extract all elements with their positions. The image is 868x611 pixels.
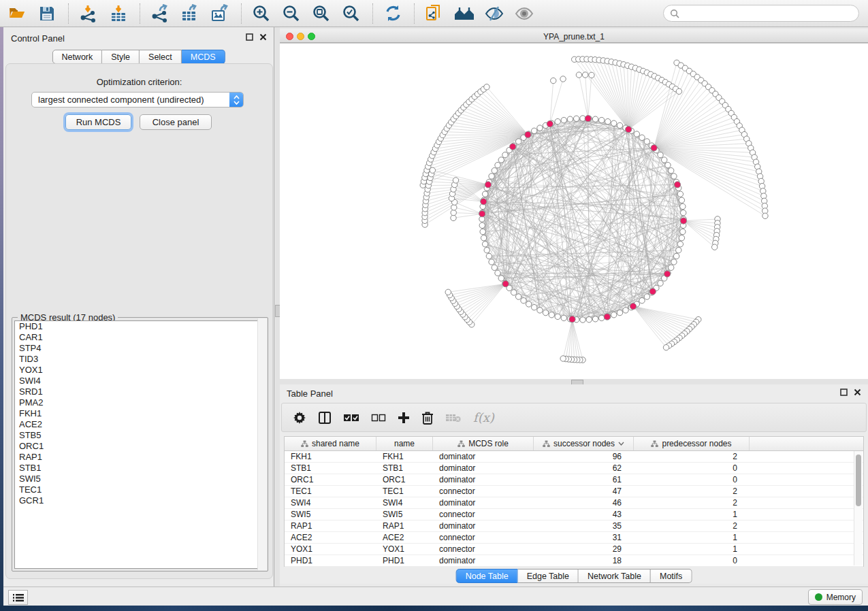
- mcds-result-item[interactable]: STP4: [15, 343, 265, 354]
- import-network-icon: [79, 4, 98, 23]
- column-header-mcds-role[interactable]: MCDS role: [433, 437, 534, 450]
- column-header-predecessor-nodes[interactable]: predecessor nodes: [634, 437, 750, 450]
- vertical-splitter[interactable]: [274, 27, 280, 587]
- network-from-document-button[interactable]: [423, 2, 446, 25]
- mcds-result-item[interactable]: ORC1: [15, 441, 265, 452]
- mcds-result-item[interactable]: FKH1: [15, 408, 265, 419]
- delete-row-icon[interactable]: [421, 411, 434, 425]
- mcds-result-item[interactable]: RAP1: [15, 452, 265, 463]
- mcds-result-item[interactable]: STB1: [15, 463, 265, 474]
- toolbar-separator: [140, 3, 140, 24]
- criterion-dropdown[interactable]: largest connected component (undirected): [31, 92, 244, 108]
- import-table-button[interactable]: [107, 2, 130, 25]
- export-image-button[interactable]: [208, 2, 231, 25]
- table-row[interactable]: FKH1FKH1dominator962: [285, 451, 863, 463]
- table-cell: 46: [534, 498, 634, 508]
- search-box[interactable]: [663, 5, 859, 22]
- attribute-tree-icon: [543, 440, 550, 448]
- add-row-icon[interactable]: [398, 412, 410, 424]
- horizontal-splitter[interactable]: [280, 379, 868, 384]
- mcds-result-group: MCDS result (17 nodes) PHD1CAR1STP4TID3Y…: [12, 317, 268, 572]
- zoom-fit-button[interactable]: [310, 2, 333, 25]
- zoom-out-button[interactable]: [280, 2, 303, 25]
- table-scrollbar-thumb[interactable]: [856, 455, 861, 506]
- table-cell: SWI5: [376, 510, 433, 519]
- zoom-selected-button[interactable]: [340, 2, 363, 25]
- mcds-result-item[interactable]: PHD1: [15, 321, 265, 332]
- table-row[interactable]: SWI4SWI4dominator462: [285, 497, 863, 509]
- export-network-icon: [150, 4, 170, 23]
- mcds-result-item[interactable]: SWI5: [15, 474, 265, 484]
- table-row[interactable]: PHD1PHD1dominator180: [285, 555, 863, 567]
- tab-select[interactable]: Select: [140, 50, 182, 64]
- show-columns-icon[interactable]: [318, 411, 332, 425]
- tab-edge-table[interactable]: Edge Table: [518, 569, 579, 583]
- export-network-button[interactable]: [148, 2, 172, 25]
- show-hidden-button[interactable]: [513, 2, 536, 25]
- tab-network[interactable]: Network: [52, 50, 102, 64]
- memory-button[interactable]: Memory: [808, 589, 863, 605]
- network-graph[interactable]: [280, 44, 867, 378]
- run-mcds-button[interactable]: Run MCDS: [65, 114, 131, 130]
- column-header-successor-nodes[interactable]: successor nodes: [534, 437, 634, 450]
- table-cell: 1: [634, 533, 750, 542]
- table-toolbar: f(x): [281, 403, 867, 432]
- table-cell: connector: [433, 486, 534, 496]
- table-cell: 47: [534, 486, 634, 496]
- table-cell: dominator: [433, 521, 534, 531]
- mcds-result-item[interactable]: TEC1: [15, 484, 265, 495]
- table-options-gear-icon[interactable]: [293, 411, 306, 425]
- table-row[interactable]: TEC1TEC1connector472: [285, 486, 863, 497]
- mcds-result-item[interactable]: GCR1: [15, 495, 265, 506]
- mcds-result-item[interactable]: TID3: [15, 354, 265, 365]
- mcds-result-item[interactable]: CAR1: [15, 332, 265, 343]
- float-window-icon[interactable]: [246, 33, 253, 41]
- tab-node-table[interactable]: Node Table: [456, 569, 518, 583]
- table-row[interactable]: RAP1RAP1dominator352: [285, 521, 863, 532]
- save-session-button[interactable]: [35, 2, 59, 25]
- mcds-result-item[interactable]: ACE2: [15, 419, 265, 430]
- table-cell: connector: [433, 533, 534, 542]
- network-canvas[interactable]: [280, 43, 868, 379]
- import-network-button[interactable]: [77, 2, 100, 25]
- close-panel-icon[interactable]: [854, 389, 861, 396]
- table-scrollbar[interactable]: [854, 451, 863, 565]
- node-table: shared name name MCDS role successor nod…: [284, 436, 864, 567]
- mcds-result-item[interactable]: YOX1: [15, 365, 265, 376]
- refresh-view-button[interactable]: [381, 2, 404, 25]
- export-table-button[interactable]: [178, 2, 202, 25]
- table-row[interactable]: ACE2ACE2connector311: [285, 532, 863, 544]
- table-row[interactable]: YOX1YOX1connector291: [285, 544, 863, 555]
- result-list-scrollbar[interactable]: [257, 318, 267, 570]
- zoom-in-button[interactable]: [250, 2, 273, 25]
- control-panel-tabs: Network Style Select MCDS: [52, 50, 225, 64]
- memory-status-icon: [815, 593, 822, 601]
- column-header-shared-name[interactable]: shared name: [285, 437, 376, 450]
- select-all-icon[interactable]: [343, 412, 359, 423]
- open-file-button[interactable]: [5, 2, 29, 25]
- mcds-result-item[interactable]: STB5: [15, 430, 265, 441]
- mcds-result-item[interactable]: SRD1: [15, 386, 265, 397]
- show-log-button[interactable]: [8, 590, 28, 605]
- search-input[interactable]: [683, 6, 858, 21]
- tab-network-table[interactable]: Network Table: [579, 569, 651, 583]
- table-row[interactable]: SWI5SWI5connector431: [285, 509, 863, 521]
- network-window-titlebar[interactable]: YPA_prune.txt_1: [280, 29, 868, 43]
- tab-style[interactable]: Style: [102, 50, 140, 64]
- tab-motifs[interactable]: Motifs: [651, 569, 692, 583]
- tab-mcds[interactable]: MCDS: [182, 50, 225, 64]
- deselect-all-icon[interactable]: [371, 412, 386, 423]
- mcds-result-item[interactable]: SWI4: [15, 376, 265, 386]
- hide-selected-button[interactable]: [483, 2, 506, 25]
- dropdown-stepper-icon: [229, 92, 243, 108]
- table-row[interactable]: ORC1ORC1dominator610: [285, 474, 863, 486]
- float-window-icon[interactable]: [840, 389, 848, 396]
- toolbar-separator: [68, 3, 69, 24]
- column-header-name[interactable]: name: [376, 437, 433, 450]
- mcds-result-item[interactable]: PMA2: [15, 397, 265, 408]
- close-panel-icon[interactable]: [259, 33, 267, 41]
- toolbar-separator: [241, 3, 242, 24]
- table-row[interactable]: STB1STB1dominator620: [285, 463, 863, 474]
- close-panel-button[interactable]: Close panel: [140, 114, 212, 130]
- home-button[interactable]: [453, 2, 476, 25]
